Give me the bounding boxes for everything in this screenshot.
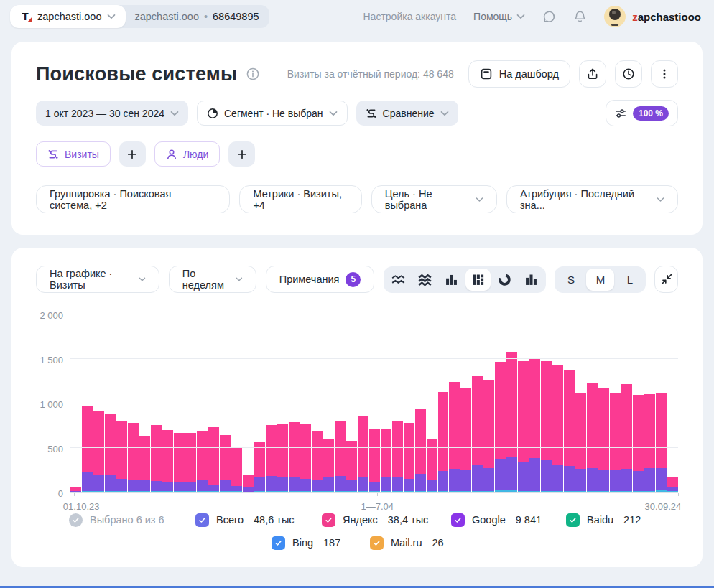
sampling-button[interactable]: 100 % bbox=[606, 100, 678, 126]
chart-type-bar-button[interactable] bbox=[439, 269, 464, 291]
grouping-pill[interactable]: Группировка · Поисковая система, +2 bbox=[36, 185, 230, 213]
stacked-bar-week[interactable] bbox=[472, 376, 483, 492]
segment-picker[interactable]: Сегмент · Не выбран bbox=[197, 101, 348, 126]
collapse-chart-button[interactable] bbox=[654, 266, 678, 293]
stacked-bar-week[interactable] bbox=[633, 395, 644, 492]
chart-type-donut-button[interactable] bbox=[492, 269, 517, 291]
stacked-bar-week[interactable] bbox=[529, 358, 540, 492]
size-m-button[interactable]: M bbox=[586, 269, 614, 291]
stacked-bar-week[interactable] bbox=[621, 384, 632, 492]
stacked-bar-week[interactable] bbox=[369, 429, 380, 492]
stacked-bar-week[interactable] bbox=[656, 393, 667, 492]
chart-type-stacked-bar-button[interactable] bbox=[465, 269, 491, 291]
stacked-bar-week[interactable] bbox=[404, 423, 414, 492]
stacked-bar-week[interactable] bbox=[116, 421, 127, 492]
legend-item-bing[interactable]: Bing187 bbox=[272, 536, 370, 550]
legend-value: 48,6 тыс bbox=[254, 514, 295, 526]
stacked-bar-week[interactable] bbox=[381, 429, 391, 492]
stacked-bar-week[interactable] bbox=[587, 383, 598, 492]
more-menu-button[interactable] bbox=[651, 60, 678, 88]
stacked-bar-week[interactable] bbox=[174, 433, 185, 492]
stacked-bar-week[interactable] bbox=[460, 388, 471, 492]
stacked-bar-week[interactable] bbox=[300, 424, 311, 492]
attribution-pill[interactable]: Атрибуция · Последний зна... bbox=[506, 185, 678, 213]
help-menu[interactable]: Помощь bbox=[473, 11, 525, 22]
stacked-bar-week[interactable] bbox=[495, 362, 506, 492]
history-button[interactable] bbox=[615, 60, 642, 88]
stacked-bar-week[interactable] bbox=[289, 422, 300, 492]
stacked-bar-week[interactable] bbox=[667, 477, 678, 492]
legend-checkbox[interactable] bbox=[370, 536, 384, 550]
stacked-bar-week[interactable] bbox=[541, 361, 552, 492]
stacked-bar-week[interactable] bbox=[438, 392, 449, 492]
stacked-bar-week[interactable] bbox=[139, 436, 150, 492]
notifications-bell-icon[interactable] bbox=[573, 10, 587, 24]
counter-dropdown[interactable]: T zapchasti.ooo bbox=[10, 5, 126, 28]
legend-checkbox[interactable] bbox=[272, 536, 285, 550]
stacked-bar-week[interactable] bbox=[243, 475, 254, 492]
stacked-bar-week[interactable] bbox=[335, 421, 346, 492]
stacked-bar-week[interactable] bbox=[598, 388, 609, 492]
legend-row-2: Bing187Mail.ru26 bbox=[69, 531, 678, 554]
visits-metric-chip[interactable]: Визиты bbox=[36, 141, 111, 167]
stacked-bar-week[interactable] bbox=[610, 393, 621, 492]
stacked-bar-week[interactable] bbox=[575, 393, 586, 492]
stacked-bar-week[interactable] bbox=[151, 425, 162, 492]
stacked-bar-week[interactable] bbox=[254, 442, 265, 492]
stacked-bar-week[interactable] bbox=[392, 421, 403, 492]
to-dashboard-button[interactable]: На дашборд bbox=[468, 60, 570, 88]
account-settings-link[interactable]: Настройка аккаунта bbox=[363, 11, 457, 22]
stacked-bar-week[interactable] bbox=[128, 423, 139, 492]
size-s-button[interactable]: S bbox=[557, 269, 585, 291]
stacked-bar-week[interactable] bbox=[185, 433, 196, 492]
size-l-button[interactable]: L bbox=[616, 269, 644, 291]
stacked-bar-week[interactable] bbox=[518, 361, 529, 492]
stacked-bar-week[interactable] bbox=[162, 430, 173, 492]
add-visits-metric-button[interactable] bbox=[119, 141, 146, 167]
stacked-bar-week[interactable] bbox=[231, 447, 242, 492]
chart-type-column-button[interactable] bbox=[519, 269, 544, 291]
stacked-bar-week[interactable] bbox=[564, 370, 575, 492]
stacked-bar-week[interactable] bbox=[346, 441, 357, 492]
stacked-bar-week[interactable] bbox=[220, 435, 231, 492]
stacked-bar-week[interactable] bbox=[266, 425, 277, 492]
stacked-bar-week[interactable] bbox=[208, 427, 219, 492]
goal-pill[interactable]: Цель · Не выбрана bbox=[371, 185, 497, 213]
people-metric-chip[interactable]: Люди bbox=[154, 141, 220, 167]
bar-segment bbox=[174, 482, 185, 491]
stacked-bar-week[interactable] bbox=[197, 431, 208, 492]
comparison-picker[interactable]: Сравнение bbox=[356, 101, 458, 126]
stacked-bar-week[interactable] bbox=[415, 409, 426, 492]
user-menu[interactable]: zapchastiooo bbox=[604, 6, 701, 27]
export-share-button[interactable] bbox=[579, 60, 606, 88]
add-people-metric-button[interactable] bbox=[228, 141, 255, 167]
metrics-pill[interactable]: Метрики · Визиты, +4 bbox=[239, 185, 361, 213]
counter-meta[interactable]: zapchasti.ooo • 68649895 bbox=[126, 11, 269, 22]
period-picker[interactable]: По неделям bbox=[169, 266, 256, 293]
bar-segment bbox=[151, 481, 162, 491]
feedback-chat-icon[interactable] bbox=[542, 10, 556, 24]
notes-button[interactable]: Примечания 5 bbox=[266, 266, 375, 293]
date-range-picker[interactable]: 1 окт 2023 — 30 сен 2024 bbox=[36, 101, 188, 126]
bar-segment bbox=[346, 480, 357, 491]
stacked-bar-week[interactable] bbox=[93, 411, 104, 492]
chart-type-area-button[interactable] bbox=[412, 269, 437, 291]
stacked-bar-week[interactable] bbox=[427, 439, 437, 492]
stacked-bar-week[interactable] bbox=[644, 394, 655, 492]
stacked-bar-week[interactable] bbox=[449, 382, 460, 492]
chevron-down-icon bbox=[516, 14, 525, 19]
counter-switcher[interactable]: T zapchasti.ooo zapchasti.ooo • 68649895 bbox=[10, 5, 269, 28]
stacked-bar-week[interactable] bbox=[483, 380, 494, 492]
on-chart-metric-picker[interactable]: На графике · Визиты bbox=[36, 266, 159, 293]
stacked-bar-week[interactable] bbox=[312, 431, 323, 492]
stacked-bar-week[interactable] bbox=[506, 352, 517, 492]
chart-type-line-button[interactable] bbox=[386, 269, 411, 291]
bar-segment bbox=[587, 383, 598, 468]
stacked-bar-week[interactable] bbox=[552, 365, 563, 492]
stacked-bar-week[interactable] bbox=[358, 416, 368, 492]
stacked-bar-week[interactable] bbox=[277, 424, 288, 492]
info-icon[interactable] bbox=[246, 67, 260, 81]
stacked-bar-week[interactable] bbox=[82, 406, 93, 492]
stacked-bar-week[interactable] bbox=[105, 414, 116, 492]
legend-item-mailru[interactable]: Mail.ru26 bbox=[370, 536, 444, 550]
